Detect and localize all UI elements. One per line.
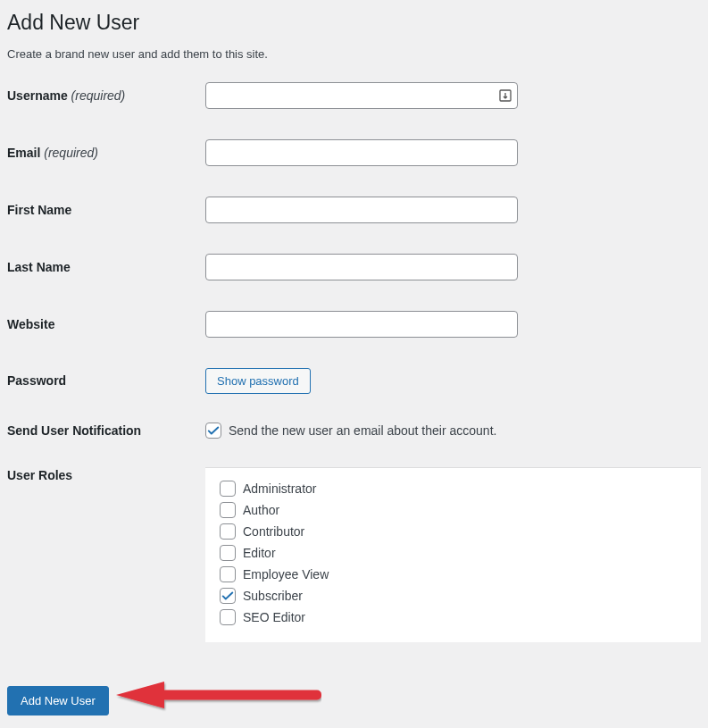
svg-marker-2 (116, 682, 164, 708)
annotation-arrow-icon (107, 676, 321, 712)
role-label: Editor (243, 546, 276, 560)
role-checkbox[interactable] (220, 502, 236, 518)
last-name-label: Last Name (7, 259, 205, 275)
role-label: Author (243, 503, 279, 517)
role-label: Administrator (243, 481, 316, 496)
role-item: Author (220, 502, 687, 518)
first-name-input[interactable] (205, 197, 518, 223)
role-checkbox[interactable] (220, 566, 236, 582)
role-checkbox[interactable] (220, 545, 236, 561)
notification-text: Send the new user an email about their a… (229, 423, 496, 438)
role-label: Subscriber (243, 589, 303, 603)
notification-checkbox[interactable] (205, 423, 221, 439)
role-checkbox[interactable] (220, 481, 236, 497)
notification-label: Send User Notification (7, 423, 205, 439)
last-name-input[interactable] (205, 254, 518, 280)
role-label: Employee View (243, 567, 329, 582)
role-item: Employee View (220, 566, 687, 582)
username-label: Username (required) (7, 88, 205, 104)
website-input[interactable] (205, 311, 518, 338)
role-item: Editor (220, 545, 687, 561)
email-label: Email (required) (7, 145, 205, 161)
page-title: Add New User (7, 11, 701, 35)
roles-box[interactable]: AdministratorAuthorContributorEditorEmpl… (205, 467, 701, 642)
show-password-button[interactable]: Show password (205, 368, 311, 394)
role-label: SEO Editor (243, 610, 305, 624)
role-checkbox[interactable] (220, 588, 236, 604)
role-checkbox[interactable] (220, 523, 236, 540)
username-input[interactable] (205, 82, 518, 109)
website-label: Website (7, 316, 205, 332)
role-item: Subscriber (220, 588, 687, 604)
email-input[interactable] (205, 139, 518, 166)
svg-rect-1 (156, 690, 321, 700)
user-roles-label: User Roles (7, 467, 205, 483)
role-item: Contributor (220, 523, 687, 540)
role-item: Administrator (220, 481, 687, 497)
password-label: Password (7, 372, 205, 389)
role-label: Contributor (243, 524, 304, 539)
add-new-user-button[interactable]: Add New User (7, 686, 109, 715)
first-name-label: First Name (7, 202, 205, 218)
role-checkbox[interactable] (220, 609, 236, 625)
page-description: Create a brand new user and add them to … (7, 47, 701, 61)
role-item: SEO Editor (220, 609, 687, 625)
